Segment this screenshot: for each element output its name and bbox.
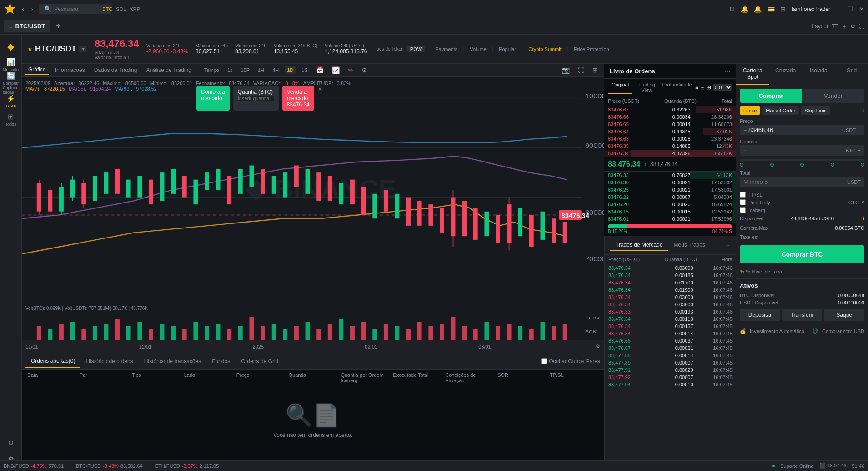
withdraw-button[interactable]: Saque: [824, 309, 864, 321]
search-tag-xrp[interactable]: XRP: [130, 6, 140, 12]
qty-minus-icon[interactable]: −: [743, 147, 747, 154]
sidebar-item-refresh[interactable]: ↻: [3, 435, 19, 451]
order-type-market[interactable]: Market Order: [762, 106, 799, 115]
status-eth[interactable]: ETH/FUSD -3.57% 2,117.05: [155, 463, 219, 469]
layout-grid-icon[interactable]: ⊞: [842, 23, 847, 30]
slider-dot-50[interactable]: [800, 163, 804, 167]
time-btn-1s[interactable]: 1s: [225, 66, 235, 74]
chart-tab-analise[interactable]: Análise de Trading: [143, 66, 194, 74]
bell-badge-icon[interactable]: 🔔: [754, 5, 762, 13]
status-bnb[interactable]: BNB/FUSD -4.75% 570.91: [4, 463, 64, 469]
user-label[interactable]: IamForexTrader: [791, 6, 830, 12]
status-btc[interactable]: BTC/FUSD -3.43% 83,582.64: [76, 463, 143, 469]
popup-sell-btn[interactable]: Venda a mercado 83476.34: [282, 86, 314, 111]
ob-bid-row[interactable]: 83476.20 0.00020 16.69524: [604, 201, 736, 208]
bottom-tab-grid[interactable]: Ordens de Grid: [236, 355, 284, 367]
sidebar-item-all[interactable]: ⊞ Todos: [3, 111, 19, 127]
wallet-icon[interactable]: 💳: [767, 5, 775, 13]
sidebar-item-trade[interactable]: 🔄 ComprarCriptomoedas: [3, 75, 19, 91]
popup-qty-input[interactable]: [238, 96, 274, 101]
post-only-checkbox[interactable]: [740, 199, 746, 205]
back-button[interactable]: ‹: [20, 4, 26, 15]
search-bar[interactable]: 🔍 BTC SOL XRP: [39, 4, 111, 14]
search-tag-btc[interactable]: BTC: [102, 6, 112, 12]
wallet-tab-isolated[interactable]: Isolada: [802, 64, 835, 85]
wallet-tab-spot[interactable]: Carteira Spot: [736, 64, 769, 85]
bottom-tab-history[interactable]: Histórico de ordens: [80, 355, 138, 367]
sidebar-item-market[interactable]: 📊 Mercado: [3, 56, 19, 73]
bottom-tab-open[interactable]: Ordens abertas(0): [25, 355, 80, 368]
bell-icon[interactable]: 🔔: [741, 5, 748, 13]
search-input[interactable]: [54, 6, 100, 12]
chart-tab-grafico[interactable]: Gráfico: [25, 66, 49, 75]
time-btn-4h[interactable]: 4H: [270, 66, 281, 74]
ob-tick-select[interactable]: 0.01 0.1 1: [713, 84, 732, 91]
sell-tab[interactable]: Vender: [802, 89, 864, 103]
iceberg-checkbox[interactable]: [740, 207, 746, 213]
chart-icon-fullscreen[interactable]: ⛶: [576, 66, 587, 75]
transfer-button[interactable]: Transferir: [782, 309, 823, 321]
bottom-tab-transactions[interactable]: Histórico de transações: [139, 355, 206, 367]
ob-tab-tradingview[interactable]: Trading View: [634, 81, 659, 94]
ob-view-icon1[interactable]: ≡: [695, 84, 698, 91]
wallet-tab-cross[interactable]: Cruzada: [769, 64, 803, 85]
ob-ask-row[interactable]: 83476.64 0.44345 37.02K: [604, 128, 736, 135]
support-label[interactable]: Suporte Online: [780, 463, 813, 469]
chart-icon-layout[interactable]: ⊞: [590, 66, 600, 75]
ob-tab-original[interactable]: Original: [608, 81, 632, 94]
chart-icon-screenshot[interactable]: 📷: [560, 66, 572, 75]
tag-pow[interactable]: POW: [407, 46, 425, 52]
slider-dot-25[interactable]: [770, 163, 774, 167]
time-btn-1d[interactable]: 1D: [285, 66, 296, 74]
qty-plus-icon[interactable]: +: [858, 147, 861, 154]
order-info-icon[interactable]: ℹ: [862, 107, 864, 114]
ob-bid-row[interactable]: 83476.15 0.00015 12.52142: [604, 208, 736, 215]
qty-input[interactable]: [748, 147, 846, 154]
ob-bid-row[interactable]: 83476.01 0.00021 17.52996: [604, 215, 736, 223]
tag-volume[interactable]: Volume: [468, 46, 488, 53]
tab-btcusdt[interactable]: ≡ BTC/USDT: [4, 20, 50, 32]
tab-add-button[interactable]: +: [52, 21, 65, 31]
price-plus-icon[interactable]: +: [858, 127, 861, 133]
chart-icon-tools[interactable]: ✏: [346, 66, 356, 75]
popup-close[interactable]: ✕: [318, 86, 322, 111]
tag-crypto-summit[interactable]: Crypto Summit: [527, 46, 563, 53]
chart-icon-calendar[interactable]: 📅: [314, 66, 326, 75]
trades-tab-market[interactable]: Trades de Mercado: [610, 240, 668, 251]
slider-dot-100[interactable]: [861, 163, 864, 167]
time-btn-1h[interactable]: 1H: [256, 66, 266, 74]
maximize-icon[interactable]: ☐: [848, 5, 853, 13]
chart-tab-dados[interactable]: Dados de Trading: [91, 66, 140, 74]
chart-icon-indicators[interactable]: 📈: [330, 66, 342, 75]
sidebar-item-trade-active[interactable]: ⚡ TRADE: [3, 93, 19, 109]
minimize-icon[interactable]: —: [836, 5, 842, 13]
buy-button[interactable]: Comprar BTC: [740, 245, 864, 263]
order-type-limite[interactable]: Limite: [740, 106, 760, 115]
time-btn-1s2[interactable]: 1S: [299, 66, 310, 74]
tag-payments[interactable]: Payments: [433, 46, 459, 53]
ob-tab-depth[interactable]: Profundidade: [661, 81, 693, 94]
order-type-stop[interactable]: Stop Limit: [801, 106, 830, 115]
trades-more-icon[interactable]: ···: [726, 242, 731, 248]
close-icon[interactable]: ✕: [859, 5, 864, 13]
ob-more-icon[interactable]: ···: [725, 67, 730, 75]
chart-settings-icon[interactable]: ⚙: [596, 344, 600, 349]
favorite-star[interactable]: ★: [27, 46, 32, 52]
wallet-tab-grid[interactable]: Grid: [835, 64, 868, 85]
ob-ask-row[interactable]: 83476.67 0.62263 51.98K: [604, 106, 736, 113]
deposit-button[interactable]: Depositar: [740, 309, 780, 321]
ob-ask-row[interactable]: 83476.65 0.00014 11.68673: [604, 121, 736, 128]
chart-icon-settings[interactable]: ⚙: [359, 66, 370, 75]
ob-view-icon3[interactable]: ⊞: [707, 84, 711, 91]
ob-view-icon2[interactable]: ⊟: [700, 84, 705, 91]
ob-bid-row[interactable]: 83476.25 0.00021 17.53001: [604, 186, 736, 193]
ob-ask-row[interactable]: 83476.35 0.14885 12.43K: [604, 142, 736, 150]
slider-dot-0[interactable]: [740, 163, 743, 167]
grid-icon[interactable]: ⊞: [780, 5, 786, 13]
time-btn-tempo[interactable]: Tempo: [202, 66, 221, 74]
price-input[interactable]: [748, 127, 842, 133]
bottom-tab-funds[interactable]: Fundos: [206, 355, 236, 367]
gtc-dropdown[interactable]: ▾: [862, 199, 864, 205]
time-btn-15p[interactable]: 15P: [239, 66, 252, 74]
tag-price-protection[interactable]: Price Protection: [572, 46, 611, 53]
